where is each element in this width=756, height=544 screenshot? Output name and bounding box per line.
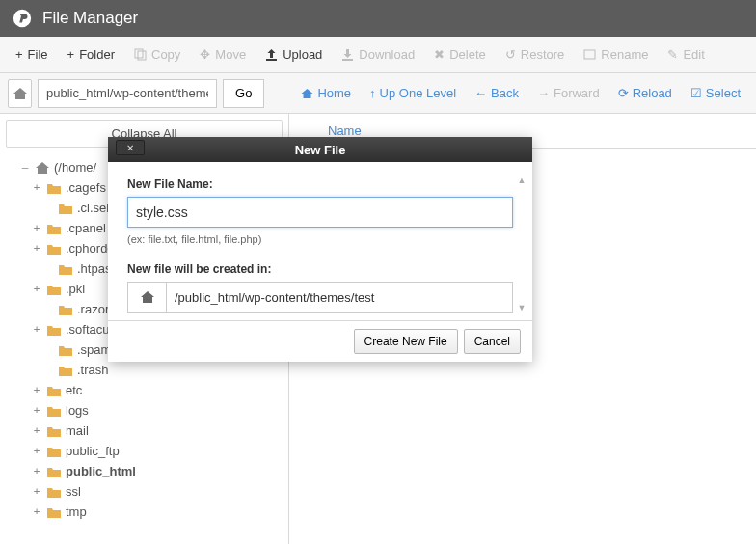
- nav-up[interactable]: ↑Up One Level: [362, 80, 464, 106]
- nav-back[interactable]: ←Back: [467, 80, 526, 106]
- nav-selectall[interactable]: ☑Select: [683, 80, 748, 106]
- folder-icon: [46, 323, 62, 337]
- folder-icon: [46, 242, 62, 256]
- home-path-button[interactable]: [8, 79, 32, 108]
- upload-button[interactable]: Upload: [256, 41, 332, 68]
- modal-title: New File: [295, 143, 346, 157]
- folder-icon: [58, 343, 73, 357]
- expander-icon[interactable]: –: [19, 161, 31, 174]
- plus-icon: +: [68, 47, 75, 62]
- new-file-modal: ✕ New File New File Name: (ex: file.txt,…: [108, 137, 532, 362]
- expander-icon[interactable]: +: [31, 384, 42, 396]
- tree-label: mail: [66, 423, 89, 438]
- folder-icon: [46, 505, 62, 519]
- svg-rect-1: [138, 51, 146, 60]
- home-icon: [301, 88, 313, 99]
- expander-icon[interactable]: +: [31, 424, 42, 437]
- nav-forward[interactable]: →Forward: [529, 80, 608, 106]
- expander-icon[interactable]: +: [31, 181, 42, 194]
- pencil-icon: ✎: [667, 47, 678, 62]
- folder-icon: [58, 303, 73, 316]
- folder-icon: [46, 465, 62, 478]
- tree-item[interactable]: +public_html: [19, 461, 288, 481]
- tree-item[interactable]: +public_ftp: [19, 441, 288, 461]
- expander-icon[interactable]: +: [31, 404, 42, 417]
- folder-icon: [46, 424, 62, 438]
- path-input[interactable]: [38, 79, 217, 108]
- modal-body: New File Name: (ex: file.txt, file.html,…: [108, 162, 532, 320]
- restore-button[interactable]: ↺Restore: [496, 41, 575, 68]
- arrow-up-icon: ↑: [369, 86, 376, 100]
- arrow-left-icon: ←: [474, 86, 487, 100]
- tree-item[interactable]: +ssl: [19, 481, 288, 502]
- nav-reload[interactable]: ⟳Reload: [610, 80, 680, 106]
- filename-hint: (ex: file.txt, file.html, file.php): [127, 233, 513, 245]
- tree-label: etc: [66, 383, 82, 397]
- tree-item[interactable]: +etc: [19, 380, 288, 400]
- toolbar: +File +Folder Copy ✥Move Upload Download…: [0, 37, 756, 73]
- reload-icon: ⟳: [618, 86, 629, 100]
- upload-icon: [265, 48, 278, 61]
- expander-icon[interactable]: +: [31, 445, 42, 457]
- tree-item[interactable]: +mail: [19, 421, 288, 441]
- tree-label: logs: [66, 403, 89, 418]
- expander-icon[interactable]: +: [31, 242, 42, 255]
- move-button[interactable]: ✥Move: [190, 41, 256, 68]
- cancel-button[interactable]: Cancel: [464, 329, 521, 354]
- svg-rect-3: [342, 59, 353, 61]
- folder-icon: [46, 485, 62, 499]
- folder-icon: [46, 445, 62, 458]
- filename-label: New File Name:: [127, 177, 513, 191]
- app-title: File Manager: [42, 9, 138, 28]
- chevron-down-icon: ▼: [518, 303, 526, 313]
- nav-home[interactable]: Home: [293, 80, 359, 106]
- expander-icon[interactable]: +: [31, 222, 42, 234]
- rename-button[interactable]: Rename: [574, 41, 658, 68]
- home-icon: [13, 87, 28, 100]
- tree-label: (/home/: [54, 160, 96, 175]
- expander-icon[interactable]: +: [31, 505, 42, 518]
- folder-icon: [58, 202, 73, 215]
- go-button[interactable]: Go: [223, 79, 264, 108]
- folder-icon: [46, 384, 62, 397]
- expander-icon[interactable]: +: [31, 323, 42, 336]
- app-header: File Manager: [0, 0, 756, 37]
- tree-label: public_html: [66, 464, 136, 478]
- modal-home-button[interactable]: [127, 282, 166, 313]
- select-icon: ☑: [690, 86, 702, 100]
- home-icon: [35, 161, 50, 175]
- download-button[interactable]: Download: [332, 41, 424, 68]
- expander-icon[interactable]: +: [31, 283, 42, 295]
- modal-titlebar[interactable]: ✕ New File: [108, 137, 532, 162]
- edit-button[interactable]: ✎Edit: [658, 41, 714, 68]
- path-label: New file will be created in:: [127, 262, 513, 276]
- tree-item[interactable]: +logs: [19, 400, 288, 421]
- nav-row: Go Home ↑Up One Level ←Back →Forward ⟳Re…: [0, 73, 756, 114]
- tree-item[interactable]: .trash: [19, 360, 288, 380]
- plus-icon: +: [15, 47, 23, 62]
- modal-path-input[interactable]: [166, 282, 513, 313]
- copy-button[interactable]: Copy: [124, 41, 190, 68]
- modal-footer: Create New File Cancel: [108, 320, 532, 362]
- scroll-indicator: ▲▼: [515, 176, 528, 313]
- tree-label: ssl: [66, 484, 81, 499]
- file-button[interactable]: +File: [6, 41, 58, 68]
- tree-label: .cpanel: [66, 221, 106, 235]
- close-button[interactable]: ✕: [116, 140, 145, 155]
- tree-item[interactable]: +tmp: [19, 502, 288, 522]
- svg-rect-2: [266, 59, 277, 61]
- folder-button[interactable]: +Folder: [58, 41, 124, 68]
- delete-icon: ✖: [434, 47, 445, 62]
- svg-rect-4: [584, 50, 595, 59]
- download-icon: [341, 48, 354, 61]
- folder-icon: [46, 222, 62, 235]
- restore-icon: ↺: [505, 47, 516, 62]
- expander-icon[interactable]: +: [31, 465, 42, 477]
- create-file-button[interactable]: Create New File: [354, 329, 458, 354]
- expander-icon[interactable]: +: [31, 485, 42, 498]
- delete-button[interactable]: ✖Delete: [424, 41, 496, 68]
- chevron-up-icon: ▲: [518, 176, 526, 185]
- svg-rect-0: [135, 49, 143, 58]
- filename-input[interactable]: [127, 197, 513, 228]
- home-icon: [140, 290, 155, 304]
